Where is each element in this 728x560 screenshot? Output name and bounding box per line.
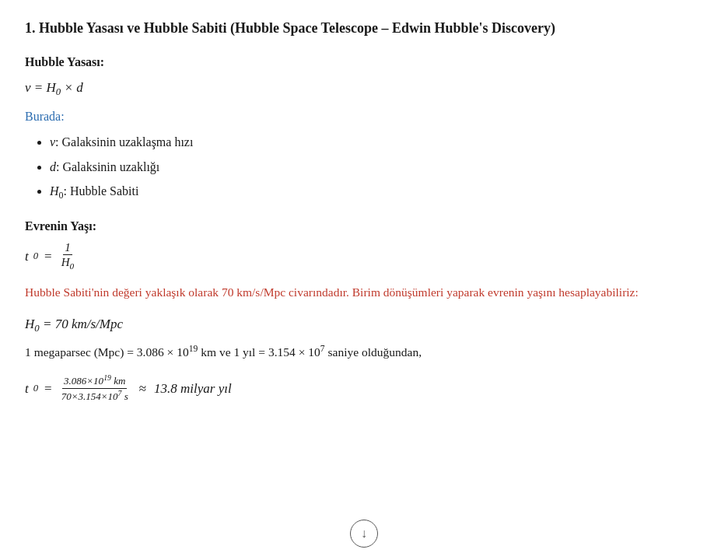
scroll-down-button[interactable]: ↓ <box>350 520 378 548</box>
t0-result: t0 = 3.086×1019 km 70×3.154×107 s ≈ 13.8… <box>25 373 703 403</box>
info-text: Hubble Sabiti'nin değeri yaklaşık olarak… <box>25 283 703 303</box>
page-title: 1. Hubble Yasası ve Hubble Sabiti (Hubbl… <box>25 19 703 38</box>
bullet-list: v: Galaksinin uzaklaşma hızı d: Galaksin… <box>50 132 703 204</box>
burada-label: Burada: <box>25 107 703 127</box>
hubble-yasasi-label: Hubble Yasası: <box>25 52 703 72</box>
t0-approx-value: 13.8 milyar yıl <box>154 378 232 399</box>
t0-formula: t0 = 1 H0 <box>25 240 703 272</box>
evren-yasi-label: Evrenin Yaşı: <box>25 216 703 236</box>
formula-v-H0-d: v = H0 × d <box>25 77 703 100</box>
fraction-1-H0: 1 H0 <box>60 240 75 272</box>
list-item-d: d: Galaksinin uzaklığı <box>50 157 703 177</box>
megaparsec-line: 1 megaparsec (Mpc) = 3.086 × 1019 km ve … <box>25 342 703 362</box>
list-item-v: v: Galaksinin uzaklaşma hızı <box>50 132 703 152</box>
t0-small-fraction: 3.086×1019 km 70×3.154×107 s <box>60 373 130 403</box>
h0-value: H0 = 70 km/s/Mpc <box>25 313 703 337</box>
list-item-H0: H0: Hubble Sabiti <box>50 181 703 203</box>
scroll-down-arrow: ↓ <box>361 523 367 544</box>
